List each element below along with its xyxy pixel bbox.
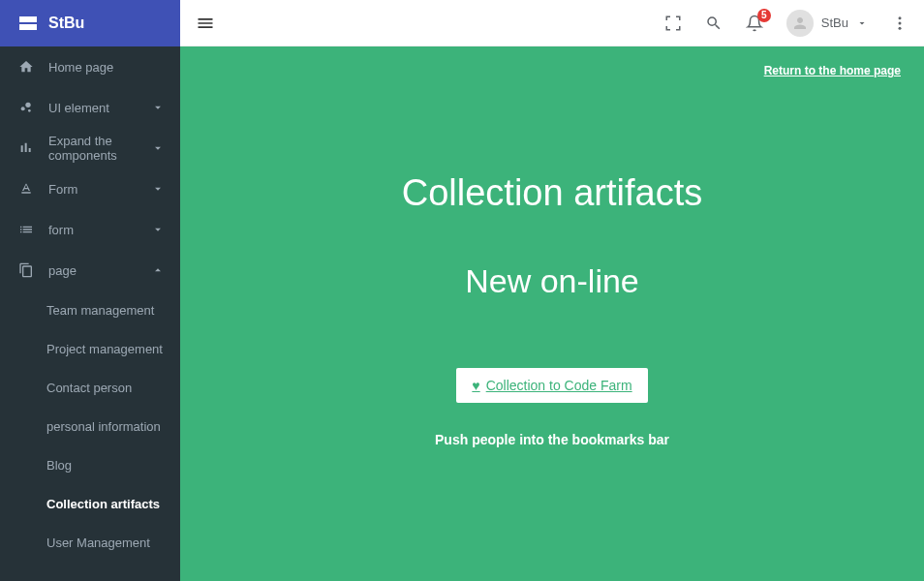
chevron-down-icon [151, 182, 165, 196]
user-menu[interactable]: StBu [786, 10, 868, 37]
sub-project-management[interactable]: Project management [0, 329, 180, 368]
sub-label: Team management [46, 303, 154, 318]
avatar [786, 10, 814, 37]
sub-label: User Management [46, 535, 150, 550]
list-icon [15, 222, 37, 237]
menu-toggle[interactable] [196, 14, 215, 33]
nav: Home page UI element Expand the componen… [0, 46, 180, 581]
chevron-down-icon [151, 223, 165, 236]
user-name: StBu [821, 15, 848, 30]
cta-label: Collection to Code Farm [486, 378, 632, 393]
push-text: Push people into the bookmarks bar [435, 432, 669, 447]
sub-user-management[interactable]: User Management [0, 523, 180, 562]
home-icon [15, 59, 37, 75]
svg-point-5 [899, 26, 902, 29]
notification-badge: 5 [757, 9, 771, 22]
brand-icon [19, 16, 37, 30]
collection-cta-button[interactable]: ♥ Collection to Code Farm [456, 368, 647, 403]
notifications-button[interactable]: 5 [746, 15, 763, 32]
sub-label: personal information [46, 419, 161, 434]
sub-label: Blog [46, 458, 72, 473]
search-button[interactable] [705, 15, 723, 32]
svg-point-0 [21, 107, 25, 110]
sub-personal-info[interactable]: personal information [0, 407, 180, 445]
copy-icon [15, 262, 37, 278]
nav-ui-element[interactable]: UI element [0, 87, 180, 128]
topbar-right: 5 StBu [664, 10, 909, 37]
chevron-down-icon [151, 141, 165, 155]
nav-label: form [48, 223, 151, 237]
sub-label: Contact person [46, 381, 132, 395]
nav-page[interactable]: page [0, 250, 180, 290]
heart-icon: ♥ [472, 378, 479, 393]
nav-home[interactable]: Home page [0, 46, 180, 87]
nav-label: Home page [48, 60, 165, 75]
nav-label: page [48, 263, 151, 278]
svg-point-1 [25, 103, 30, 107]
sub-blog[interactable]: Blog [0, 445, 180, 484]
nav-label: UI element [48, 101, 151, 115]
bar-chart-icon [15, 140, 37, 156]
brand[interactable]: StBu [0, 0, 180, 46]
return-home-link[interactable]: Return to the home page [764, 64, 901, 77]
svg-point-4 [899, 21, 902, 24]
topbar: 5 StBu [180, 0, 924, 46]
main: 5 StBu Return to the home page Collectio… [180, 0, 924, 581]
nav-form-a[interactable]: Form [0, 168, 180, 209]
bubble-icon [15, 100, 37, 115]
nav-label: Form [48, 182, 151, 197]
svg-point-2 [28, 109, 31, 112]
sub-label: Project management [46, 342, 163, 356]
nav-expand-components[interactable]: Expand the components [0, 128, 180, 168]
chevron-down-icon [151, 101, 165, 114]
page-title: Collection artifacts [402, 172, 702, 214]
page-subtitle: New on-line [465, 262, 639, 300]
sub-collection-artifacts[interactable]: Collection artifacts [0, 484, 180, 523]
more-button[interactable] [891, 15, 909, 32]
svg-point-3 [899, 16, 902, 19]
nav-label: Expand the components [48, 134, 151, 163]
content: Return to the home page Collection artif… [180, 46, 924, 581]
sub-team-management[interactable]: Team management [0, 290, 180, 329]
chevron-up-icon [151, 263, 165, 277]
sub-contact-person[interactable]: Contact person [0, 368, 180, 407]
sidebar: StBu Home page UI element Expand the com… [0, 0, 180, 581]
chevron-down-icon [856, 17, 868, 29]
text-format-icon [15, 181, 37, 197]
fullscreen-button[interactable] [664, 15, 682, 32]
nav-form-b[interactable]: form [0, 209, 180, 250]
sub-label: Collection artifacts [46, 497, 160, 511]
brand-text: StBu [48, 15, 84, 32]
